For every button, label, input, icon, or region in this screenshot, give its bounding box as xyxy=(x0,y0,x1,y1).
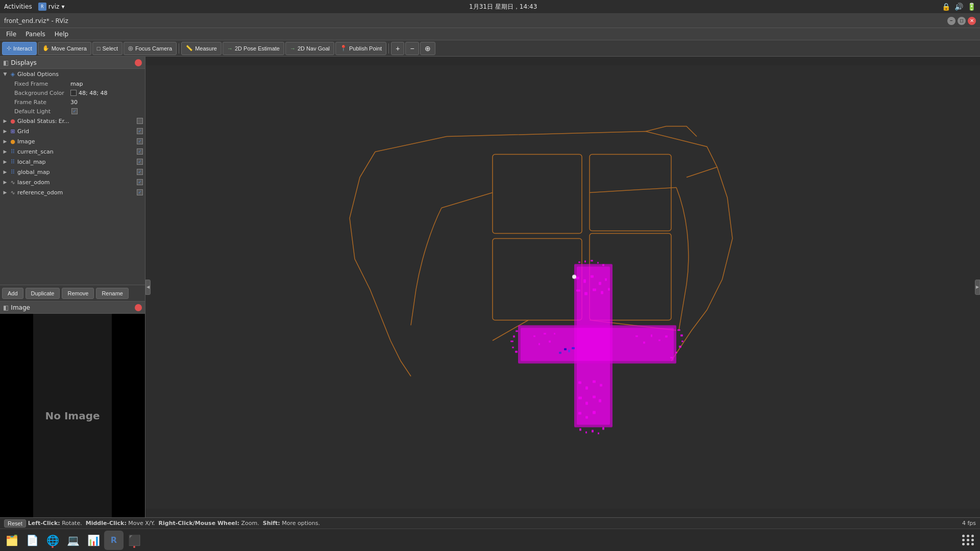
svg-rect-66 xyxy=(578,412,581,415)
fixed-frame-value: map xyxy=(70,81,143,87)
tree-item-global-status[interactable]: ▶ ● Global Status: Er... xyxy=(0,116,145,126)
view-button[interactable]: ⊕ xyxy=(420,42,435,55)
select-icon: □ xyxy=(97,45,101,52)
menu-file[interactable]: File xyxy=(2,30,20,39)
svg-rect-52 xyxy=(554,333,555,335)
battery-icon: 🔋 xyxy=(967,3,976,11)
hide-panel-button[interactable]: ◀ xyxy=(145,280,151,295)
tree-item-image[interactable]: ▶ ● Image ✓ xyxy=(0,136,145,146)
background-color-label: Background Color xyxy=(14,90,70,96)
svg-rect-0 xyxy=(145,65,980,509)
prop-frame-rate[interactable]: Frame Rate 30 xyxy=(0,97,145,107)
tree-item-reference-odom[interactable]: ▶ ∿ reference_odom ✓ xyxy=(0,187,145,197)
svg-rect-42 xyxy=(601,291,603,294)
displays-panel-title: Displays xyxy=(11,59,133,66)
reference-odom-checkbox[interactable]: ✓ xyxy=(137,189,143,195)
show-panel-right-button[interactable]: ▶ xyxy=(975,280,980,295)
tree-item-global-map[interactable]: ▶ ⠿ global_map ✓ xyxy=(0,167,145,177)
grid-label: Grid xyxy=(17,128,136,135)
interact-button[interactable]: ⊹ Interact xyxy=(2,42,37,55)
local-map-checkbox[interactable]: ✓ xyxy=(137,159,143,165)
displays-tree[interactable]: ▼ ◈ Global Options Fixed Frame map Backg… xyxy=(0,69,145,285)
close-button[interactable]: ✕ xyxy=(968,17,976,25)
minus-button[interactable]: − xyxy=(405,42,419,55)
svg-rect-58 xyxy=(578,382,581,384)
tree-item-laser-odom[interactable]: ▶ ∿ laser_odom ✓ xyxy=(0,177,145,187)
activities-label[interactable]: Activities xyxy=(4,3,32,10)
taskbar-code[interactable]: 💻 xyxy=(63,531,83,550)
svg-rect-14 xyxy=(584,261,586,263)
global-map-icon: ⠿ xyxy=(9,168,16,176)
tree-item-local-map[interactable]: ▶ ⠿ local_map ✓ xyxy=(0,157,145,167)
main-window: front_end.rviz* - RViz − □ ✕ File Panels… xyxy=(0,14,980,551)
laser-odom-icon: ∿ xyxy=(9,179,16,186)
window-title: front_end.rviz* - RViz xyxy=(4,17,68,24)
local-map-icon: ⠿ xyxy=(9,158,16,165)
duplicate-button[interactable]: Duplicate xyxy=(26,288,60,299)
global-map-checkbox[interactable]: ✓ xyxy=(137,169,143,175)
svg-rect-12 xyxy=(521,328,674,361)
grid-checkbox[interactable]: ✓ xyxy=(137,128,143,134)
menu-help[interactable]: Help xyxy=(51,30,72,39)
add-button[interactable]: Add xyxy=(2,288,23,299)
apps-button[interactable] xyxy=(959,531,978,550)
focus-camera-icon: ◎ xyxy=(128,45,133,52)
svg-rect-15 xyxy=(591,260,593,262)
prop-default-light[interactable]: Default Light ✓ xyxy=(0,107,145,116)
pose-estimate-button[interactable]: → 2D Pose Estimate xyxy=(223,42,284,55)
toolbar-separator-1 xyxy=(179,43,179,54)
svg-rect-54 xyxy=(643,342,645,344)
tree-item-global-options[interactable]: ▼ ◈ Global Options xyxy=(0,69,145,79)
taskbar-files[interactable]: 🗂️ xyxy=(2,531,21,550)
svg-rect-43 xyxy=(608,288,610,291)
svg-rect-29 xyxy=(579,429,581,431)
taskbar-terminal[interactable]: ⬛ xyxy=(125,531,144,550)
svg-rect-34 xyxy=(576,277,579,280)
rename-button[interactable]: Rename xyxy=(96,288,129,299)
svg-rect-31 xyxy=(592,430,594,433)
svg-rect-18 xyxy=(516,331,518,332)
publish-point-button[interactable]: 📍 Publish Point xyxy=(335,42,386,55)
default-light-checkbox[interactable]: ✓ xyxy=(71,108,78,114)
image-panel-close[interactable] xyxy=(135,304,142,311)
taskbar-rviz[interactable]: R xyxy=(104,531,124,550)
nav-goal-button[interactable]: → 2D Nav Goal xyxy=(285,42,334,55)
prop-background-color[interactable]: Background Color 48; 48; 48 xyxy=(0,88,145,97)
prop-fixed-frame[interactable]: Fixed Frame map xyxy=(0,79,145,88)
displays-panel-close[interactable] xyxy=(135,59,142,66)
tree-item-current-scan[interactable]: ▶ ⠿ current_scan ✓ xyxy=(0,146,145,157)
laser-odom-label: laser_odom xyxy=(17,179,136,186)
remove-button[interactable]: Remove xyxy=(62,288,94,299)
global-status-checkbox[interactable] xyxy=(137,118,143,124)
publish-point-icon: 📍 xyxy=(340,45,347,52)
measure-button[interactable]: 📏 Measure xyxy=(181,42,222,55)
viewport[interactable]: ◀ ▶ xyxy=(145,57,980,517)
move-camera-button[interactable]: ✋ Move Camera xyxy=(38,42,91,55)
tree-item-grid[interactable]: ▶ ⊞ Grid ✓ xyxy=(0,126,145,136)
plus-button[interactable]: + xyxy=(391,42,404,55)
current-scan-checkbox[interactable]: ✓ xyxy=(137,148,143,155)
svg-rect-21 xyxy=(512,347,514,348)
displays-panel-header: ◧ Displays xyxy=(0,57,145,69)
taskbar-browser[interactable]: 🌐 xyxy=(43,531,62,550)
svg-rect-49 xyxy=(538,343,540,345)
select-button[interactable]: □ Select xyxy=(92,42,122,55)
focus-camera-button[interactable]: ◎ Focus Camera xyxy=(124,42,177,55)
rviz-app-indicator[interactable]: R rviz ▾ xyxy=(38,3,65,11)
laser-odom-checkbox[interactable]: ✓ xyxy=(137,179,143,185)
frame-rate-value: 30 xyxy=(70,99,143,106)
svg-rect-64 xyxy=(593,396,596,398)
maximize-button[interactable]: □ xyxy=(958,17,966,25)
image-panel-content: No Image xyxy=(0,314,145,517)
reference-odom-expand-icon: ▶ xyxy=(2,189,8,195)
image-checkbox[interactable]: ✓ xyxy=(137,138,143,144)
image-panel-title: Image xyxy=(11,304,133,311)
menu-panels[interactable]: Panels xyxy=(21,30,50,39)
taskbar-text-editor[interactable]: 📄 xyxy=(22,531,42,550)
background-color-value: 48; 48; 48 xyxy=(70,90,143,96)
image-panel-icon: ◧ xyxy=(3,304,9,311)
taskbar-monitor[interactable]: 📊 xyxy=(84,531,103,550)
minimize-button[interactable]: − xyxy=(947,17,955,25)
global-map-expand-icon: ▶ xyxy=(2,169,8,175)
reset-button[interactable]: Reset xyxy=(4,519,26,528)
